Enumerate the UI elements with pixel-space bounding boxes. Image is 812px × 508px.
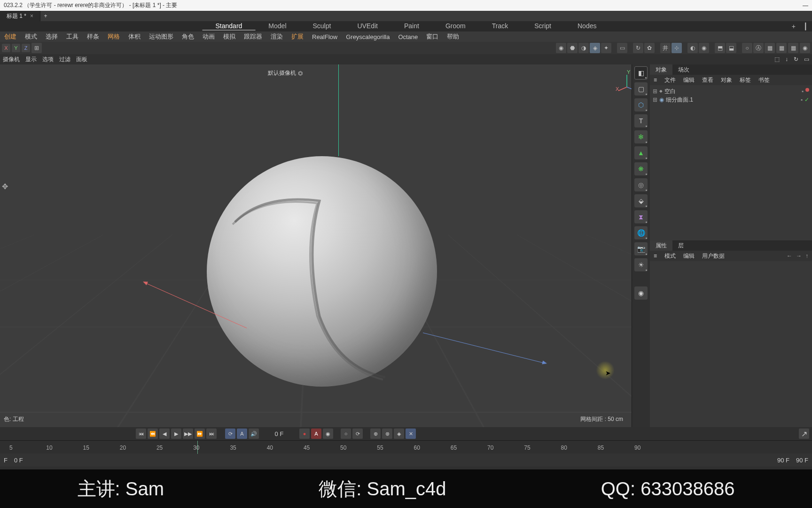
layout-tab-model[interactable]: Model (255, 22, 299, 31)
loop-icon[interactable]: ⟳ (225, 429, 235, 439)
object-tree[interactable]: ⊞ ⌖ 空白 ▪ ⊞ ◉ 细分曲面.1 ▪ ✓ (650, 85, 812, 240)
palette-objects-icon[interactable]: ◧ (634, 66, 648, 79)
palette-mograph-icon[interactable]: ✻ (634, 130, 648, 143)
layout-tab-sculpt[interactable]: Sculpt (300, 22, 344, 31)
snap-point-icon[interactable]: ⊹ (671, 43, 682, 53)
tool-icon[interactable]: ○ (742, 43, 752, 53)
minimize-icon[interactable]: — (803, 2, 808, 9)
palette-cube-icon[interactable]: ⬡ (634, 98, 648, 111)
menu-mode[interactable]: 模式 (661, 252, 679, 260)
tool-icon[interactable]: ⬓ (726, 43, 736, 53)
goto-start-icon[interactable]: ⏮ (136, 429, 146, 439)
menu-item[interactable]: 帮助 (443, 32, 463, 41)
palette-scene-icon[interactable]: 🌐 (634, 226, 648, 239)
tree-row-subdiv[interactable]: ⊞ ◉ 细分曲面.1 ▪ ✓ (653, 95, 809, 104)
menu-file[interactable]: 文件 (661, 76, 679, 84)
menu-edit[interactable]: 编辑 (679, 252, 698, 260)
render-dot-icon[interactable] (805, 88, 809, 92)
view-nav-icon[interactable]: ⬚ (774, 56, 780, 63)
visibility-toggle[interactable]: ▪ (802, 88, 804, 95)
nav-back-icon[interactable]: ← (787, 253, 792, 259)
autokey-icon[interactable]: A (311, 429, 321, 439)
tool-icon[interactable]: Ⓐ (753, 43, 764, 53)
rect-tool-icon[interactable]: ▭ (617, 43, 627, 53)
key-pos-icon[interactable]: ○ (341, 429, 351, 439)
axis-z-button[interactable]: Z (22, 44, 30, 52)
tool-icon[interactable]: ✦ (601, 43, 611, 53)
viewport-3d[interactable]: ✥ 默认摄像机 ⏣ Y X Z 色: 工程 网格间距 : 50 cm ➤ (0, 64, 632, 427)
visibility-toggle[interactable]: ▪ (801, 96, 803, 103)
view-menu-options[interactable]: 选项 (42, 56, 54, 64)
timeline-popout-icon[interactable]: ↗ (799, 429, 809, 439)
layout-tab-nodes[interactable]: Nodes (564, 22, 609, 31)
enable-check-icon[interactable]: ✓ (804, 96, 809, 103)
record-dot-icon[interactable]: ● (299, 429, 310, 439)
coord-system-icon[interactable]: ⊞ (31, 43, 42, 53)
menu-view[interactable]: 查看 (698, 76, 717, 84)
viewport-side-tool-icon[interactable]: ✥ (2, 182, 10, 190)
view-nav-icon[interactable]: ↓ (785, 56, 788, 63)
sound-icon[interactable]: 🔊 (249, 429, 259, 439)
menu-item[interactable]: 选择 (41, 32, 62, 41)
tree-row-null[interactable]: ⊞ ⌖ 空白 ▪ (653, 87, 809, 95)
tool-move-icon[interactable]: ◈ (590, 43, 600, 53)
nav-up-icon[interactable]: ↑ (805, 253, 808, 259)
prev-frame-icon[interactable]: ◀ (159, 429, 170, 439)
view-menu-camera[interactable]: 摄像机 (3, 56, 20, 64)
camera-lock-icon[interactable]: ⏣ (298, 70, 303, 77)
layout-tab-track[interactable]: Track (479, 22, 521, 31)
palette-volume-icon[interactable]: ◎ (634, 178, 648, 191)
menu-item[interactable]: 网格 (103, 32, 124, 41)
view-menu-panel[interactable]: 面板 (76, 56, 87, 64)
menu-item[interactable]: RealFlow (308, 33, 342, 40)
next-key-icon[interactable]: ⏩ (195, 429, 205, 439)
close-tab-icon[interactable]: × (30, 13, 33, 19)
menu-object[interactable]: 对象 (717, 76, 736, 84)
tool-icon[interactable]: ↻ (633, 43, 643, 53)
palette-simulate-icon[interactable]: ❋ (634, 162, 648, 175)
expand-icon[interactable]: ⊞ (653, 88, 657, 95)
play-icon[interactable]: ▶ (171, 429, 181, 439)
snap-grid-icon[interactable]: 井 (660, 43, 671, 53)
menu-icon[interactable]: ≡ (650, 77, 661, 83)
goto-end-icon[interactable]: ⏭ (206, 429, 217, 439)
menu-item[interactable]: 运动图形 (145, 32, 178, 41)
menu-tags[interactable]: 标签 (736, 76, 755, 84)
palette-text-icon[interactable]: T (634, 114, 648, 127)
view-nav-icon[interactable]: ▭ (804, 56, 809, 63)
menu-item[interactable]: 动画 (198, 32, 219, 41)
expand-icon[interactable]: ⊞ (653, 96, 657, 103)
key-sel-icon[interactable]: ✕ (406, 429, 416, 439)
sphere-mesh[interactable] (207, 156, 437, 387)
palette-light-icon[interactable]: ☀ (634, 258, 648, 271)
menu-icon[interactable]: ≡ (650, 253, 661, 259)
add-layout-icon[interactable]: + (792, 23, 796, 30)
menu-item[interactable]: Greyscalegorilla (342, 33, 394, 40)
menu-userdata[interactable]: 用户数据 (698, 252, 728, 260)
palette-material-icon[interactable]: ◉ (634, 286, 648, 300)
range-start-label[interactable]: F (4, 457, 8, 464)
menu-item[interactable]: 模拟 (219, 32, 240, 41)
axis-y-button[interactable]: Y (12, 44, 20, 52)
tool-icon[interactable]: ⬣ (567, 43, 578, 53)
tab-attributes[interactable]: 属性 (650, 240, 672, 251)
tool-icon[interactable]: ◉ (699, 43, 709, 53)
prev-key-icon[interactable]: ⏪ (148, 429, 158, 439)
palette-camera-icon[interactable]: 📷 (634, 242, 648, 255)
tool-icon[interactable]: ◑ (578, 43, 589, 53)
menu-item[interactable]: 工具 (62, 32, 83, 41)
layout-tab-standard[interactable]: Standard (203, 22, 256, 31)
layout-tab-script[interactable]: Script (521, 22, 564, 31)
palette-deformer-icon[interactable]: ⬙ (634, 194, 648, 207)
range-start-field[interactable]: 0 F (14, 457, 23, 464)
key-param-icon[interactable]: ⊗ (382, 429, 392, 439)
menu-bookmarks[interactable]: 书签 (755, 76, 773, 84)
tab-objects[interactable]: 对象 (650, 64, 672, 75)
tool-icon[interactable]: ⬒ (715, 43, 725, 53)
gear-icon[interactable]: ✿ (644, 43, 655, 53)
range-total-field[interactable]: 90 F (796, 457, 808, 464)
tab-layers[interactable]: 层 (672, 240, 689, 251)
key-options-icon[interactable]: ◉ (323, 429, 333, 439)
layout-tab-groom[interactable]: Groom (432, 22, 479, 31)
document-tab[interactable]: 标题 1 * × (0, 11, 40, 22)
